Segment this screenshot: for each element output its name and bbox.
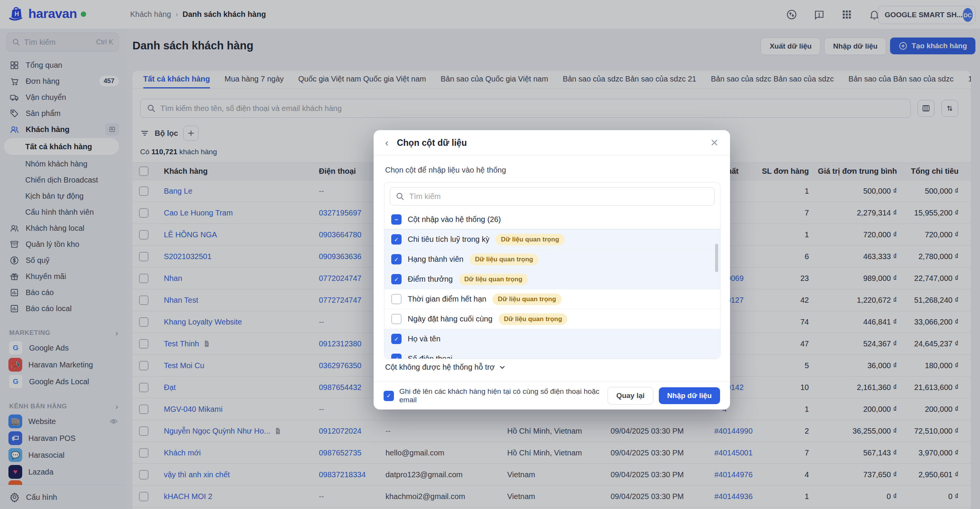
column-option-label: Thời gian điểm hết hạn [408, 295, 486, 303]
important-data-badge: Dữ liệu quan trọng [498, 313, 567, 325]
column-group-label: Cột nhập vào hệ thống (26) [408, 215, 501, 224]
important-data-badge: Dữ liệu quan trọng [470, 254, 539, 265]
overwrite-label: Ghi đè lên các khách hàng hiện tại có cù… [399, 387, 602, 404]
checkbox-checked[interactable]: ✓ [391, 234, 402, 245]
column-option-4[interactable]: Ngày đặt hàng cuối cùngDữ liệu quan trọn… [384, 309, 720, 329]
modal-search-input[interactable]: Tìm kiếm [390, 187, 715, 206]
checkbox-checked[interactable]: ✓ [391, 334, 402, 344]
back-button[interactable]: Quay lại [608, 387, 653, 405]
unsupported-columns-label: Cột không được hệ thống hỗ trợ [385, 363, 495, 372]
important-data-badge: Dữ liệu quan trọng [495, 234, 564, 245]
column-option-0[interactable]: ✓Chi tiêu tích luỹ trong kỳDữ liệu quan … [384, 229, 720, 249]
close-icon[interactable]: ✕ [710, 137, 719, 149]
app-window: H haravan Khách hàng › Danh sách khách h… [0, 0, 980, 509]
column-option-6[interactable]: ✓Số điện thoại [384, 349, 720, 359]
modal-search-placeholder: Tìm kiếm [409, 192, 441, 201]
modal-footer: ✓ Ghi đè lên các khách hàng hiện tại có … [374, 382, 730, 409]
modal-subtitle: Chọn cột để nhập liệu vào hệ thống [385, 166, 719, 175]
column-option-5[interactable]: ✓Họ và tên [384, 329, 720, 349]
back-icon[interactable]: ‹ [385, 137, 389, 149]
checkbox-unchecked[interactable] [391, 294, 402, 304]
column-option-label: Ngày đặt hàng cuối cùng [408, 315, 492, 323]
column-list: ✓Chi tiêu tích luỹ trong kỳDữ liệu quan … [384, 229, 720, 359]
checkbox-checked[interactable]: ✓ [391, 354, 402, 359]
group-checkbox-indeterminate[interactable]: − [391, 214, 402, 225]
column-option-label: Điểm thưởng [408, 275, 453, 284]
column-list-panel: Tìm kiếm − Cột nhập vào hệ thống (26) ✓C… [384, 182, 720, 359]
column-option-1[interactable]: ✓Hạng thành viênDữ liệu quan trọng [384, 249, 720, 269]
search-icon [395, 192, 405, 201]
modal-header: ‹ Chọn cột dữ liệu ✕ [374, 130, 730, 156]
column-option-3[interactable]: Thời gian điểm hết hạnDữ liệu quan trọng [384, 289, 720, 309]
important-data-badge: Dữ liệu quan trọng [459, 274, 528, 285]
column-group-row: − Cột nhập vào hệ thống (26) [384, 210, 720, 229]
scrollbar-thumb[interactable] [715, 244, 718, 272]
column-option-label: Họ và tên [408, 334, 441, 343]
important-data-badge: Dữ liệu quan trọng [492, 294, 561, 305]
choose-columns-modal: ‹ Chọn cột dữ liệu ✕ Chọn cột để nhập li… [374, 130, 730, 409]
modal-title: Chọn cột dữ liệu [397, 138, 467, 148]
column-option-2[interactable]: ✓Điểm thưởngDữ liệu quan trọng [384, 269, 720, 289]
column-option-label: Số điện thoại [408, 354, 452, 359]
import-data-button[interactable]: Nhập dữ liệu [659, 387, 720, 404]
column-option-label: Chi tiêu tích luỹ trong kỳ [408, 235, 489, 244]
column-option-label: Hạng thành viên [408, 255, 464, 264]
chevron-down-icon [498, 364, 506, 371]
checkbox-checked[interactable]: ✓ [391, 274, 402, 284]
overwrite-checkbox[interactable]: ✓ [384, 391, 394, 401]
checkbox-checked[interactable]: ✓ [391, 254, 402, 264]
unsupported-columns-toggle[interactable]: Cột không được hệ thống hỗ trợ [385, 363, 506, 372]
checkbox-unchecked[interactable] [391, 314, 402, 324]
